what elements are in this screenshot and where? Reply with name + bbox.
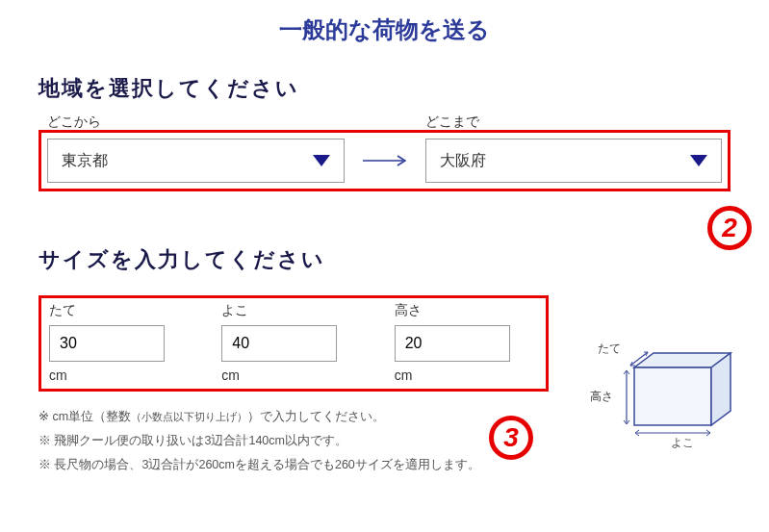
size-height-label: たて <box>49 302 192 319</box>
diagram-yoko-label: よこ <box>671 435 694 451</box>
size-height-unit: cm <box>49 367 192 383</box>
region-selector-row: どこから 東京都 どこまで 大阪府 <box>38 130 731 191</box>
region-heading: 地域を選択してください <box>38 74 731 103</box>
note-1-small: （小数点以下切り上げ） <box>131 411 247 422</box>
to-select[interactable]: 大阪府 <box>425 139 723 183</box>
size-depth-input[interactable] <box>395 325 510 362</box>
from-label: どこから <box>47 114 101 131</box>
size-width-label: よこ <box>221 302 365 319</box>
diagram-takasa-label: 高さ <box>590 389 613 405</box>
size-width-unit: cm <box>221 367 365 383</box>
page-title: 一般的な荷物を送る <box>38 14 731 45</box>
to-value: 大阪府 <box>440 151 486 171</box>
note-1-post: ）で入力してください。 <box>247 410 385 423</box>
size-width-input[interactable] <box>221 325 337 362</box>
box-diagram: たて 高さ よこ <box>586 339 740 454</box>
size-height-input[interactable] <box>49 325 165 362</box>
diagram-tate-label: たて <box>598 341 621 357</box>
chevron-down-icon <box>313 155 330 166</box>
arrow-right-icon <box>356 139 414 183</box>
from-value: 東京都 <box>62 151 108 171</box>
annotation-marker-3: 3 <box>489 416 533 460</box>
note-1-pre: ※ cm単位（整数 <box>38 410 131 423</box>
size-depth-label: 高さ <box>395 302 538 319</box>
size-heading: サイズを入力してください <box>38 245 731 274</box>
size-input-row: たて cm よこ cm 高さ cm <box>38 295 549 392</box>
note-3: ※ 長尺物の場合、3辺合計が260cmを超える場合でも260サイズを適用します。 <box>38 453 731 477</box>
to-label: どこまで <box>425 114 479 131</box>
annotation-marker-2: 2 <box>707 206 752 250</box>
size-depth-unit: cm <box>395 367 538 383</box>
chevron-down-icon <box>690 155 707 166</box>
from-select[interactable]: 東京都 <box>47 139 345 183</box>
svg-marker-2 <box>634 367 711 425</box>
